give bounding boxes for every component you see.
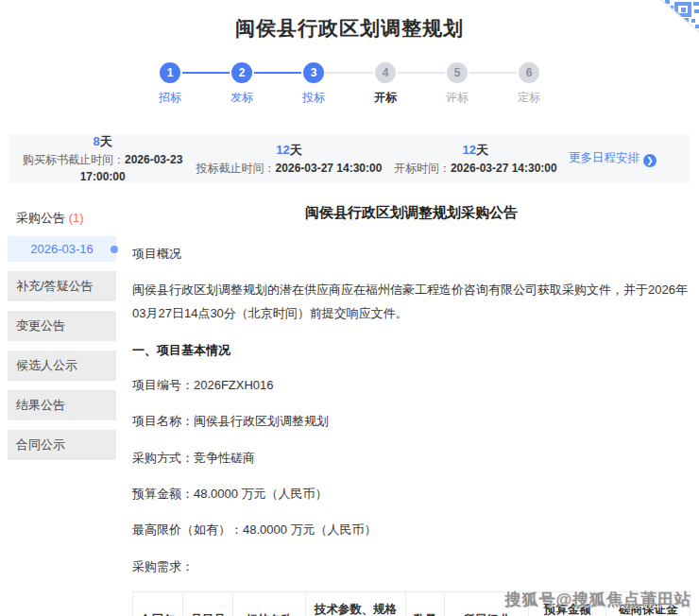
field-max-price: 最高限价（如有）：48.0000 万元（人民币） — [132, 519, 690, 540]
section1-heading: 一、项目基本情况 — [132, 342, 690, 359]
schedule-item-purchase-deadline: 8天 购买标书截止时间：2026-03-23 17:00:00 — [9, 132, 196, 185]
step-label: 定标 — [493, 90, 565, 106]
page-title: 闽侯县行政区划调整规划 — [0, 0, 699, 42]
col-header-subject-name: 标的名称 — [233, 592, 306, 616]
stepper-step-2: 2 发标 — [206, 62, 278, 106]
step-label: 开标 — [350, 90, 421, 106]
more-schedule-label: 更多日程安排 — [569, 151, 639, 164]
col-header-quantity: 数量 — [406, 592, 445, 616]
col-header-tech-specs: 技术参数、规格要求 — [305, 592, 405, 616]
schedule-item-bid-deadline: 12天 投标截止时间：2026-03-27 14:30:00 — [196, 141, 382, 177]
deadline-text: 购买标书截止时间：2026-03-23 17:00:00 — [9, 151, 196, 185]
stepper-step-1: 1 招标 — [134, 62, 206, 106]
days-remaining: 12天 — [196, 141, 382, 160]
step-label: 评标 — [421, 90, 493, 106]
qr-code-icon — [648, 0, 699, 43]
sidebar-item-change-announcement[interactable]: 变更公告 — [8, 311, 116, 341]
progress-stepper: 1 招标 2 发标 3 投标 4 开标 5 评标 6 定标 — [134, 62, 565, 117]
field-procurement-method: 采购方式：竞争性磋商 — [132, 447, 690, 469]
days-remaining: 12天 — [383, 141, 569, 160]
col-header-contract-package: 合同包 — [133, 592, 183, 616]
step-label: 投标 — [278, 90, 350, 106]
days-remaining: 8天 — [9, 132, 196, 151]
stepper-step-4: 4 开标 — [350, 62, 421, 106]
overview-text: 闽侯县行政区划调整规划的潜在供应商应在福州信豪工程造价咨询有限公司获取采购文件，… — [132, 279, 690, 325]
active-dot-icon — [111, 246, 118, 253]
step-label: 发标 — [206, 90, 278, 106]
announcement-body: 闽侯县行政区划调整规划采购公告 项目概况 闽侯县行政区划调整规划的潜在供应商应在… — [132, 202, 690, 616]
step-label: 招标 — [134, 90, 206, 106]
overview-heading: 项目概况 — [132, 243, 690, 265]
arrow-right-icon: ❯ — [643, 154, 656, 167]
col-header-item-number: 品目号 — [183, 592, 233, 616]
step-number: 4 — [375, 62, 396, 83]
step-number: 6 — [519, 62, 539, 83]
schedule-bar: 8天 购买标书截止时间：2026-03-23 17:00:00 12天 投标截止… — [9, 134, 690, 183]
more-schedule-link[interactable]: 更多日程安排❯ — [569, 150, 690, 167]
sidebar-item-supplement-qa[interactable]: 补充/答疑公告 — [8, 271, 116, 301]
deadline-text: 开标时间：2026-03-27 14:30:00 — [383, 160, 569, 177]
stepper-step-5: 5 评标 — [421, 62, 493, 106]
sidebar-item-contract-publicity[interactable]: 合同公示 — [8, 430, 116, 460]
announcement-title: 闽侯县行政区划调整规划采购公告 — [132, 204, 690, 222]
demand-label: 采购需求： — [132, 556, 690, 577]
stepper-step-3: 3 投标 — [278, 62, 350, 106]
step-number: 2 — [231, 62, 252, 83]
step-number: 1 — [160, 62, 180, 83]
watermark-text: 搜狐号@搜狐焦点莆田站 — [504, 589, 691, 610]
sidebar-item-date[interactable]: 2026-03-16 — [8, 236, 116, 262]
deadline-text: 投标截止时间：2026-03-27 14:30:00 — [196, 160, 382, 177]
field-project-name: 项目名称：闽侯县行政区划调整规划 — [132, 410, 690, 432]
sidebar-date-label: 2026-03-16 — [30, 242, 94, 256]
step-number: 3 — [303, 62, 324, 83]
sidebar-item-result-announcement[interactable]: 结果公告 — [8, 390, 116, 420]
sidebar-item-candidate-publicity[interactable]: 候选人公示 — [8, 351, 116, 381]
field-project-number: 项目编号：2026FZXH016 — [132, 374, 690, 396]
sidebar: 采购公告 (1) 2026-03-16 补充/答疑公告 变更公告 候选人公示 结… — [8, 202, 116, 616]
sidebar-item-purchase-announcement[interactable]: 采购公告 (1) — [8, 202, 116, 234]
stepper-step-6: 6 定标 — [493, 62, 565, 106]
field-budget-amount: 预算金额：48.0000 万元（人民币） — [132, 483, 690, 505]
content-area: 采购公告 (1) 2026-03-16 补充/答疑公告 变更公告 候选人公示 结… — [8, 202, 690, 616]
sidebar-item-label: 采购公告 — [16, 211, 65, 225]
announcement-count-badge: (1) — [69, 211, 84, 225]
page: 闽侯县行政区划调整规划 1 招标 2 — [0, 0, 699, 616]
step-number: 5 — [447, 62, 468, 83]
schedule-item-opening-time: 12天 开标时间：2026-03-27 14:30:00 — [383, 141, 569, 177]
